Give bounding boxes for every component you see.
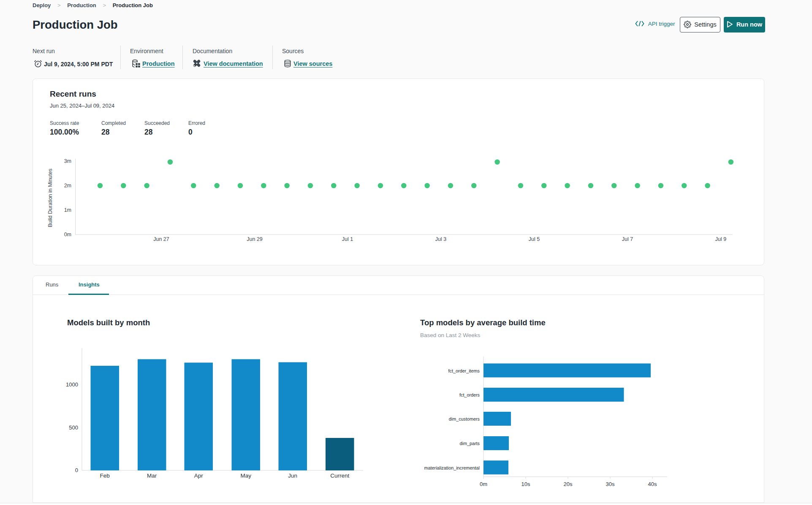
svg-text:1m: 1m xyxy=(64,207,71,213)
svg-text:0m: 0m xyxy=(480,481,487,487)
svg-text:dim_customers: dim_customers xyxy=(449,416,480,421)
svg-text:20s: 20s xyxy=(564,481,573,487)
svg-text:Jul 5: Jul 5 xyxy=(529,236,540,242)
svg-text:0: 0 xyxy=(75,467,78,473)
svg-text:30s: 30s xyxy=(606,481,615,487)
svg-text:3m: 3m xyxy=(64,158,71,164)
svg-text:Jun: Jun xyxy=(288,473,297,479)
svg-text:Jun 29: Jun 29 xyxy=(247,236,263,242)
svg-text:1000: 1000 xyxy=(66,381,78,388)
svg-text:40s: 40s xyxy=(648,481,657,487)
svg-text:Jul 1: Jul 1 xyxy=(342,236,353,242)
svg-text:Build Duration in Minutes: Build Duration in Minutes xyxy=(47,169,53,227)
svg-text:Jul 3: Jul 3 xyxy=(435,236,446,242)
svg-text:0m: 0m xyxy=(64,232,71,238)
svg-text:Jun 27: Jun 27 xyxy=(153,236,169,242)
svg-text:May: May xyxy=(240,473,251,479)
svg-text:fct_orders: fct_orders xyxy=(459,392,480,397)
svg-text:2m: 2m xyxy=(64,183,71,189)
svg-text:materialization_incremental: materialization_incremental xyxy=(424,465,480,470)
svg-text:Jul 7: Jul 7 xyxy=(622,236,633,242)
svg-text:500: 500 xyxy=(69,424,78,431)
svg-text:dim_parts: dim_parts xyxy=(460,441,480,446)
svg-text:Feb: Feb xyxy=(100,473,110,479)
svg-text:Apr: Apr xyxy=(194,473,204,479)
svg-text:10s: 10s xyxy=(521,481,530,487)
svg-text:fct_order_items: fct_order_items xyxy=(448,368,480,373)
svg-text:Mar: Mar xyxy=(147,473,157,479)
svg-text:Jul 9: Jul 9 xyxy=(715,236,726,242)
svg-text:Current: Current xyxy=(330,473,349,479)
